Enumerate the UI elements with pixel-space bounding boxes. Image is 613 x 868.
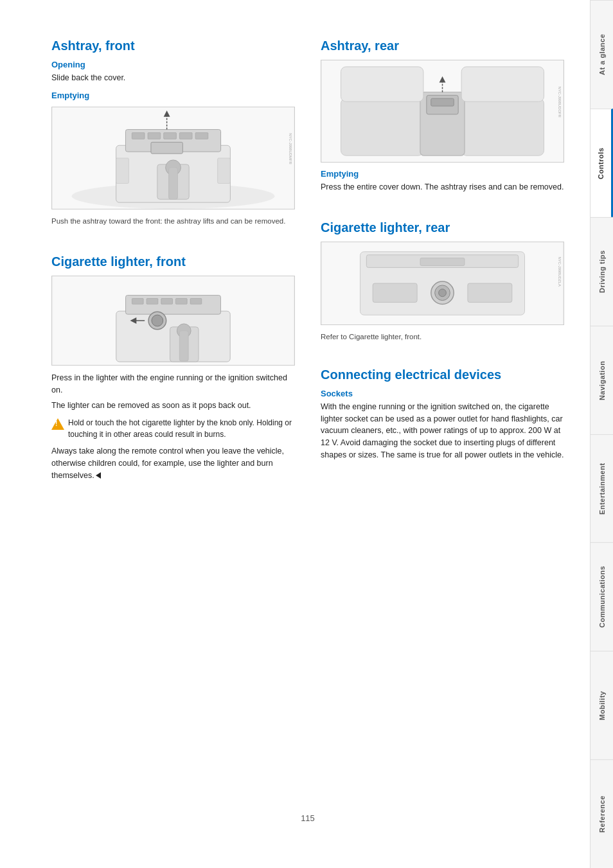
svg-text:NYC-J998UDMFR: NYC-J998UDMFR (289, 133, 292, 164)
main-content: Ashtray, front Opening Slide back the co… (0, 0, 590, 868)
sidebar-tab-at-a-glance[interactable]: At a glance (591, 0, 613, 109)
svg-point-49 (439, 289, 447, 297)
svg-rect-4 (132, 132, 145, 139)
svg-text:NYC-J998UDOFR: NYC-J998UDOFR (558, 87, 562, 118)
opening-label: Opening (51, 60, 295, 69)
svg-rect-7 (179, 132, 192, 139)
page-container: Ashtray, front Opening Slide back the co… (0, 0, 613, 868)
emptying-label-front: Emptying (51, 91, 295, 100)
lighter-text1: Press in the lighter with the engine run… (51, 372, 295, 396)
svg-rect-35 (461, 98, 544, 155)
cigarette-lighter-rear-section: Cigarette lighter, rear (321, 208, 564, 347)
ashtray-front-title: Ashtray, front (51, 39, 295, 53)
left-column: Ashtray, front Opening Slide back the co… (51, 39, 295, 794)
svg-rect-5 (148, 132, 161, 139)
connecting-electrical-title: Connecting electrical devices (321, 368, 564, 382)
sockets-label: Sockets (321, 389, 564, 398)
svg-rect-16 (218, 158, 231, 184)
sidebar-tab-controls[interactable]: Controls (591, 109, 613, 217)
sidebar-tab-reference[interactable]: Reference (591, 759, 613, 868)
svg-rect-51 (468, 283, 512, 303)
ashtray-front-image: NYC-J998UDMFR (51, 107, 295, 209)
opening-text: Slide back the cover. (51, 72, 295, 84)
svg-rect-22 (147, 298, 158, 304)
svg-rect-41 (341, 67, 423, 102)
ashtray-rear-title: Ashtray, rear (321, 39, 564, 53)
svg-rect-23 (161, 298, 173, 304)
ashtray-front-section: Ashtray, front Opening Slide back the co… (51, 39, 295, 231)
lighter-text2: The lighter can be removed as soon as it… (51, 400, 295, 412)
warning-container: Hold or touch the hot cigarette lighter … (51, 417, 295, 440)
svg-rect-24 (175, 298, 187, 304)
connecting-electrical-section: Connecting electrical devices Sockets Wi… (321, 355, 564, 465)
paragraph-end-marker (96, 472, 101, 479)
svg-rect-38 (431, 98, 454, 106)
right-column: Ashtray, rear (321, 39, 564, 794)
ashtray-rear-section: Ashtray, rear (321, 39, 564, 197)
two-col-layout: Ashtray, front Opening Slide back the co… (51, 39, 564, 794)
right-sidebar: At a glance Controls Driving tips Naviga… (590, 0, 613, 868)
sidebar-tab-mobility[interactable]: Mobility (591, 651, 613, 759)
svg-rect-32 (179, 331, 188, 361)
sockets-text: With the engine running or the ignition … (321, 401, 564, 461)
svg-rect-14 (169, 168, 178, 199)
cigarette-lighter-rear-image: NYC-J998UDZLA (321, 242, 564, 325)
svg-rect-9 (151, 142, 182, 154)
svg-text:NYC-J998UDZLA: NYC-J998UDZLA (558, 256, 562, 287)
sidebar-tab-driving-tips[interactable]: Driving tips (591, 217, 613, 326)
rear-lighter-caption: Refer to Cigarette lighter, front. (321, 332, 564, 342)
emptying-text-rear: Press the entire cover down. The ashtray… (321, 181, 564, 193)
cigarette-lighter-front-title: Cigarette lighter, front (51, 254, 295, 269)
ashtray-rear-image: NYC-J998UDOFR (321, 60, 564, 163)
emptying-label-rear: Emptying (321, 169, 564, 179)
svg-rect-50 (373, 283, 417, 303)
svg-rect-15 (116, 158, 129, 184)
page-number: 115 (51, 813, 564, 829)
lighter-warning-text2: Always take along the remote control whe… (51, 445, 295, 481)
svg-point-27 (152, 315, 163, 326)
ashtray-front-caption: Push the ashtray toward the front: the a… (51, 216, 295, 226)
svg-rect-20 (126, 295, 221, 314)
warning-text: Hold or touch the hot cigarette lighter … (68, 417, 295, 440)
svg-rect-21 (132, 298, 143, 304)
sidebar-tab-entertainment[interactable]: Entertainment (591, 434, 613, 543)
svg-rect-6 (164, 132, 177, 139)
cigarette-lighter-front-image (51, 276, 295, 366)
svg-rect-8 (195, 132, 208, 139)
svg-rect-42 (461, 67, 544, 102)
cigarette-lighter-rear-title: Cigarette lighter, rear (321, 220, 564, 235)
svg-rect-25 (190, 298, 202, 304)
svg-rect-52 (420, 258, 465, 265)
cigarette-lighter-front-section: Cigarette lighter, front (51, 242, 295, 486)
svg-rect-34 (341, 98, 423, 155)
sidebar-tab-communications[interactable]: Communications (591, 542, 613, 651)
warning-triangle-icon (51, 418, 64, 430)
sidebar-tab-navigation[interactable]: Navigation (591, 326, 613, 434)
